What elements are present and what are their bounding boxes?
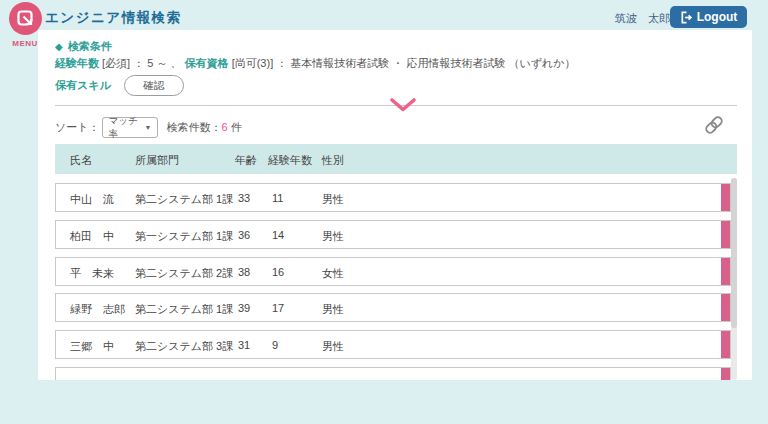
row-gender: 男性 — [322, 192, 344, 207]
row-gender: 男性 — [322, 229, 344, 244]
diamond-icon: ◆ — [55, 42, 63, 52]
list-scrollbar[interactable] — [731, 178, 737, 380]
row-age: 31 — [238, 339, 250, 351]
dropdown-arrow-icon: ▼ — [145, 124, 152, 131]
row-accent-bar — [721, 258, 730, 285]
condition-certification-label: 保有資格 — [185, 57, 229, 69]
logout-label: Logout — [697, 10, 738, 24]
table-row[interactable]: 中山 流 第二システム部 1課 33 11 男性 — [55, 183, 731, 212]
row-dept: 第二システム部 2課 — [135, 266, 233, 281]
row-exp: 14 — [272, 229, 284, 241]
sort-toolbar: ソート： マッチ率 ▼ 検索件数：6 件 — [55, 117, 242, 138]
count-unit: 件 — [231, 121, 242, 133]
search-condition-text: 経験年数 [必須] ： 5 ～ 、 保有資格 [尚可(3)] ： 基本情報技術者… — [55, 56, 576, 71]
page-title: エンジニア情報検索 — [45, 9, 182, 27]
row-name: 柏田 中 — [70, 229, 114, 244]
sort-label: ソート： — [55, 120, 100, 135]
column-header-age: 年齢 — [235, 153, 257, 168]
page: MENU エンジニア情報検索 筑波 太郎 Logout ◆ 検索条件 経験年数 … — [0, 0, 768, 424]
row-name: 緑野 志郎 — [70, 302, 125, 317]
row-accent-bar — [721, 294, 730, 321]
confirm-button[interactable]: 確認 — [124, 75, 184, 96]
column-header-exp: 経験年数 — [268, 153, 312, 168]
skill-label: 保有スキル — [55, 78, 111, 93]
menu-logo-icon — [9, 2, 42, 35]
row-gender: 女性 — [322, 266, 344, 281]
row-gender: 男性 — [322, 339, 344, 354]
row-age: 33 — [238, 192, 250, 204]
table-row-partial[interactable] — [55, 367, 731, 380]
table-row[interactable]: 柏田 中 第一システム部 1課 36 14 男性 — [55, 220, 731, 249]
table-row[interactable]: 緑野 志郎 第二システム部 1課 39 17 男性 — [55, 293, 731, 322]
count-value: 6 — [222, 121, 228, 133]
condition-certification-detail: [尚可(3)] ： 基本情報技術者試験 ・ 応用情報技術者試験 （いずれか） — [229, 57, 576, 69]
link-chain-icon — [703, 114, 725, 136]
row-dept: 第二システム部 1課 — [135, 192, 233, 207]
row-dept: 第一システム部 1課 — [135, 229, 233, 244]
column-header-gender: 性別 — [322, 153, 344, 168]
table-header: 氏名 所属部門 年齢 経験年数 性別 — [55, 144, 737, 174]
row-name: 中山 流 — [70, 192, 114, 207]
row-accent-bar — [721, 184, 730, 211]
sort-dropdown[interactable]: マッチ率 ▼ — [102, 117, 158, 138]
condition-experience-label: 経験年数 — [55, 57, 99, 69]
row-exp: 9 — [272, 339, 278, 351]
row-dept: 第二システム部 3課 — [135, 339, 233, 354]
column-header-dept: 所属部門 — [135, 153, 179, 168]
search-conditions-label: 検索条件 — [68, 39, 112, 54]
table-row[interactable]: 平 未来 第二システム部 2課 38 16 女性 — [55, 257, 731, 286]
row-exp: 16 — [272, 266, 284, 278]
chevron-down-icon[interactable] — [389, 97, 417, 113]
content-panel: ◆ 検索条件 経験年数 [必須] ： 5 ～ 、 保有資格 [尚可(3)] ： … — [38, 30, 752, 380]
scrollbar-thumb[interactable] — [731, 178, 737, 328]
skill-row: 保有スキル 確認 — [55, 75, 184, 96]
condition-experience-detail: [必須] ： 5 ～ 、 — [99, 57, 185, 69]
row-exp: 17 — [272, 302, 284, 314]
menu-label: MENU — [8, 39, 42, 48]
table-row[interactable]: 三郷 中 第二システム部 3課 31 9 男性 — [55, 330, 731, 359]
row-age: 36 — [238, 229, 250, 241]
row-accent-bar — [721, 368, 730, 380]
row-accent-bar — [721, 331, 730, 358]
row-gender: 男性 — [322, 302, 344, 317]
row-name: 平 未来 — [70, 266, 114, 281]
menu-button[interactable]: MENU — [8, 2, 42, 48]
logout-button[interactable]: Logout — [670, 6, 747, 28]
row-age: 39 — [238, 302, 250, 314]
result-count: 検索件数：6 件 — [167, 120, 242, 135]
row-exp: 11 — [272, 192, 283, 204]
column-header-name: 氏名 — [70, 153, 92, 168]
user-name: 筑波 太郎 — [615, 11, 665, 26]
share-link-button[interactable] — [703, 114, 725, 136]
row-age: 38 — [238, 266, 250, 278]
count-label: 検索件数： — [167, 121, 222, 133]
search-conditions-title: ◆ 検索条件 — [55, 39, 112, 54]
row-dept: 第二システム部 1課 — [135, 302, 233, 317]
sort-dropdown-value: マッチ率 — [109, 115, 145, 141]
row-accent-bar — [721, 221, 730, 248]
result-list: 中山 流 第二システム部 1課 33 11 男性 柏田 中 第一システム部 1課… — [55, 183, 731, 380]
logout-door-icon — [680, 11, 693, 24]
row-name: 三郷 中 — [70, 339, 114, 354]
